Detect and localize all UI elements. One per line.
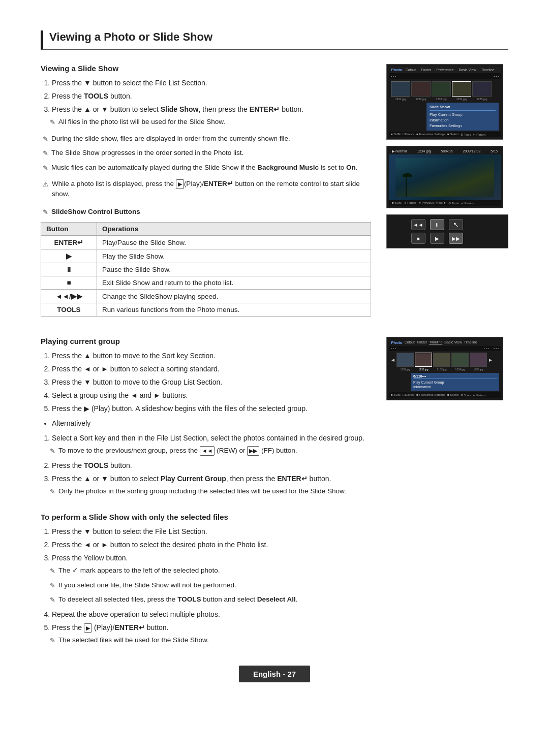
notes-block: ✎ During the slide show, files are displ… (41, 134, 371, 173)
col-operations: Operations (97, 223, 371, 236)
screenshot-slideshow: ▶ Normal 1234.jpg 580x96 2009/12/02 5/15 (386, 146, 503, 208)
list-item: Press the ▲ or ▼ button to select Play C… (52, 474, 371, 497)
remote-btn-play: ▶ (430, 233, 444, 244)
list-item: Press the ◄ or ► button to select the de… (52, 540, 508, 550)
list-item: Alternatively (52, 418, 371, 429)
table-row: ◄◄/▶▶ Change the SlideShow playing speed… (41, 290, 371, 303)
list-item: Press the ▼ button to select the File Li… (52, 526, 508, 537)
list-item: Press the ▲ or ▼ button to select Slide … (52, 104, 371, 128)
remote-btn-ff: ▶▶ (449, 233, 463, 244)
page-number-badge: English - 27 (239, 666, 310, 682)
caution-note: ⚠ While a photo list is displayed, press… (43, 179, 371, 200)
control-table: Button Operations ENTER↵ Play/Pause the … (41, 222, 371, 317)
screenshot-group: Photo ColourFolder Timeline Basic View T… (386, 337, 503, 400)
section1-title: Viewing a Slide Show (41, 64, 371, 73)
footer: English - 27 (41, 666, 508, 682)
remote-btn-pause: ⏸ (430, 219, 444, 230)
list-item: Select a Sort key and then in the File L… (52, 433, 371, 456)
list-item: Press the ▼ button to select the File Li… (52, 78, 371, 88)
section2-steps2: Press the TOOLS button. Press the ▲ or ▼… (41, 460, 371, 497)
remote-control-mockup: ◄◄ ⏸ ↖ ■ ▶ ▶▶ (386, 214, 508, 248)
list-item: Select a group using the ◄ and ► buttons… (52, 390, 371, 401)
section1-steps: Press the ▼ button to select the File Li… (41, 78, 371, 128)
table-row: ▶ Play the Slide Show. (41, 249, 371, 263)
section-viewing-slideshow: Viewing a Slide Show Press the ▼ button … (41, 64, 508, 325)
table-row: ENTER↵ Play/Pause the Slide Show. (41, 236, 371, 249)
table-row: ⏸ Pause the Slide Show. (41, 263, 371, 276)
section1-content: Viewing a Slide Show Press the ▼ button … (41, 64, 371, 325)
note-item: ✎ Music files can be automatically playe… (43, 163, 371, 173)
section2-steps: Press the ▲ button to move to the Sort k… (41, 351, 371, 414)
section2-title: Playing current group (41, 337, 371, 345)
note-text: All files in the photo list will be used… (58, 117, 225, 127)
section3-steps: Press the ▼ button to select the File Li… (41, 526, 508, 645)
list-item: Press the ▶ (Play) button. A slideshow b… (52, 403, 371, 414)
list-item: Press the ▶ (Play)/ENTER↵ button. ✎ The … (52, 622, 508, 646)
list-item: Press the Yellow button. ✎ The ✓ mark ap… (52, 553, 508, 605)
remote-btn-cursor: ↖ (449, 219, 463, 230)
note-item: ✎ During the slide show, files are displ… (43, 134, 371, 144)
note-icon: ✎ (50, 117, 55, 128)
remote-btn-rew: ◄◄ (411, 219, 425, 230)
list-item: Press the TOOLS button. (52, 91, 371, 102)
alt-list: Alternatively (41, 418, 371, 429)
list-item: Press the ▼ button to move to the Group … (52, 377, 371, 388)
col-button: Button (41, 223, 97, 236)
list-item: Press the ◄ or ► button to select a sort… (52, 364, 371, 374)
table-row: TOOLS Run various functions from the Pho… (41, 303, 371, 317)
screenshot2-panel: Photo ColourFolder Timeline Basic View T… (386, 337, 508, 500)
table-row: ■ Exit Slide Show and return to the phot… (41, 276, 371, 290)
remote-btn-stop: ■ (411, 233, 425, 244)
section-selected-files: To perform a Slide Show with only the se… (41, 513, 508, 645)
list-item: Press the ▲ button to move to the Sort k… (52, 351, 371, 361)
note-item: ✎ The Slide Show progresses in the order… (43, 148, 371, 159)
list-item: Repeat the above operation to select mul… (52, 609, 508, 620)
section3-title: To perform a Slide Show with only the se… (41, 513, 508, 521)
control-note: ✎ SlideShow Control Buttons (43, 207, 371, 217)
control-buttons-section: ✎ SlideShow Control Buttons Button Opera… (41, 207, 371, 317)
section-playing-current-group: Playing current group Press the ▲ button… (41, 337, 508, 500)
screenshot-photo-list: Photo Colour Folder Preference Basic Vie… (386, 64, 503, 140)
screenshots-panel: Photo Colour Folder Preference Basic Vie… (386, 64, 508, 325)
control-title: SlideShow Control Buttons (51, 207, 140, 217)
list-item: Press the TOOLS button. (52, 460, 371, 471)
scr-main-image (389, 154, 501, 200)
section2-content: Playing current group Press the ▲ button… (41, 337, 371, 500)
page-title: Viewing a Photo or Slide Show (41, 30, 508, 50)
alt-steps: Select a Sort key and then in the File L… (41, 433, 371, 456)
scr-topbar: Photo Colour Folder Preference Basic Vie… (389, 67, 501, 73)
